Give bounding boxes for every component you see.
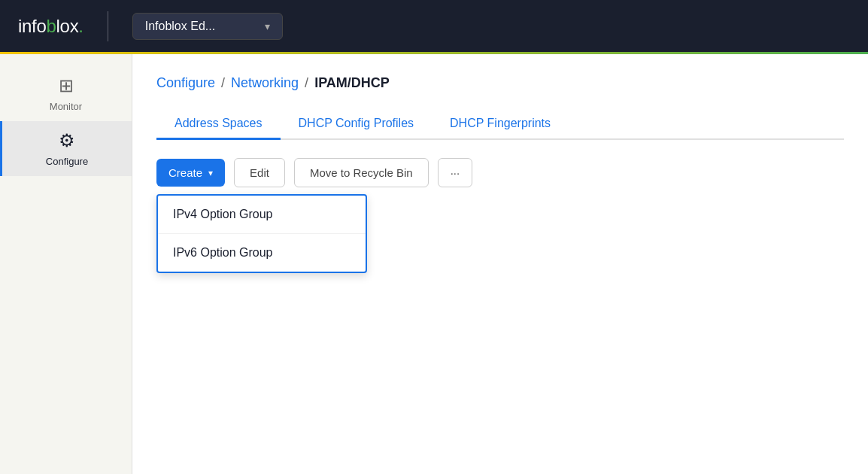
sidebar-item-configure[interactable]: ⚙ Configure xyxy=(0,121,132,176)
logo-text: infoblox. xyxy=(18,16,83,37)
create-dropdown-arrow: ▾ xyxy=(208,168,213,178)
tab-dhcp-config-profiles[interactable]: DHCP Config Profiles xyxy=(281,109,432,140)
breadcrumb-current: IPAM/DHCP xyxy=(314,75,390,91)
more-options-button[interactable]: ··· xyxy=(438,158,473,187)
main-layout: ⊞ Monitor ⚙ Configure Configure / Networ… xyxy=(0,54,868,474)
sidebar-configure-label: Configure xyxy=(46,156,88,167)
sidebar-item-monitor[interactable]: ⊞ Monitor xyxy=(0,66,132,121)
breadcrumb-sep-1: / xyxy=(221,75,225,91)
breadcrumb: Configure / Networking / IPAM/DHCP xyxy=(156,75,844,91)
app-selector-arrow: ▾ xyxy=(265,20,270,32)
content-area: Configure / Networking / IPAM/DHCP Addre… xyxy=(132,54,868,474)
recycle-bin-button[interactable]: Move to Recycle Bin xyxy=(294,158,429,187)
tab-address-spaces[interactable]: Address Spaces xyxy=(156,109,281,140)
nav-divider xyxy=(108,11,108,41)
edit-button[interactable]: Edit xyxy=(234,158,285,187)
tab-dhcp-fingerprints[interactable]: DHCP Fingerprints xyxy=(432,109,569,140)
tabs-bar: Address Spaces DHCP Config Profiles DHCP… xyxy=(156,109,844,140)
dropdown-ipv4-option-group[interactable]: IPv4 Option Group xyxy=(158,196,366,234)
breadcrumb-sep-2: / xyxy=(305,75,308,91)
top-navigation: infoblox. Infoblox Ed... ▾ xyxy=(0,0,868,54)
create-button[interactable]: Create ▾ xyxy=(156,159,225,187)
logo-accent-dot: b xyxy=(47,16,56,36)
app-selector-label: Infoblox Ed... xyxy=(145,20,215,33)
sidebar-monitor-label: Monitor xyxy=(50,101,82,112)
logo: infoblox. xyxy=(18,16,83,37)
breadcrumb-networking[interactable]: Networking xyxy=(231,75,299,91)
create-button-label: Create xyxy=(168,166,202,179)
breadcrumb-configure[interactable]: Configure xyxy=(156,75,215,91)
monitor-icon: ⊞ xyxy=(59,75,74,96)
configure-icon: ⚙ xyxy=(59,130,75,151)
app-selector-dropdown[interactable]: Infoblox Ed... ▾ xyxy=(132,13,283,40)
dropdown-ipv6-option-group[interactable]: IPv6 Option Group xyxy=(158,234,366,272)
logo-period: . xyxy=(78,16,83,36)
logo-wordmark: infoblox. xyxy=(18,16,83,37)
sidebar: ⊞ Monitor ⚙ Configure xyxy=(0,54,132,474)
toolbar: Create ▾ Edit Move to Recycle Bin ··· IP… xyxy=(156,158,844,187)
create-dropdown-menu: IPv4 Option Group IPv6 Option Group xyxy=(156,194,367,273)
